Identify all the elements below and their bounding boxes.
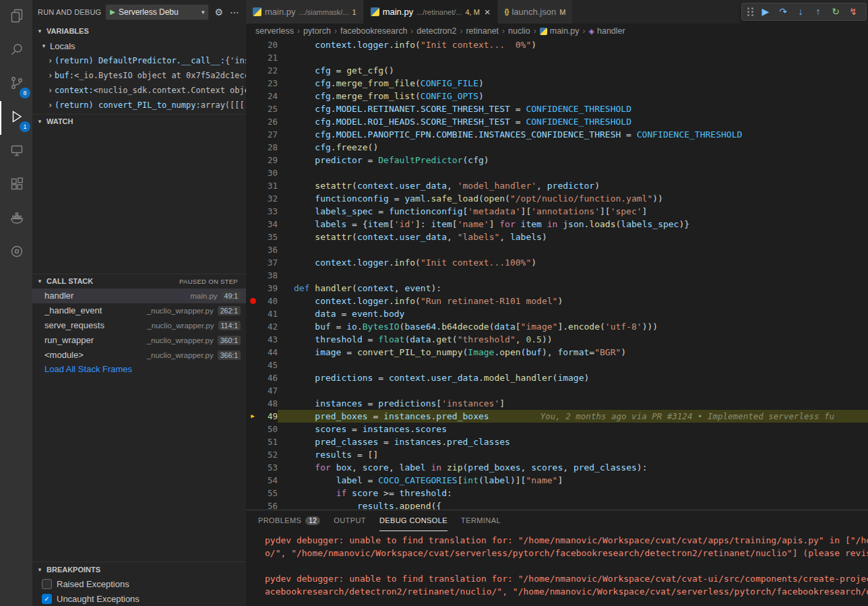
- breakpoint-item[interactable]: Raised Exceptions: [32, 576, 246, 591]
- breadcrumb-item[interactable]: nuclio: [508, 26, 530, 36]
- activity-search[interactable]: [0, 34, 32, 67]
- variable-row[interactable]: ›(return) DefaultPredictor.__call__: {'i…: [32, 53, 246, 68]
- code-line[interactable]: 27 cfg.MODEL.PANOPTIC_FPN.COMBINE.INSTAN…: [246, 128, 868, 141]
- code-line[interactable]: 25 cfg.MODEL.RETINANET.SCORE_THRESH_TEST…: [246, 102, 868, 115]
- activity-source-control[interactable]: 8: [0, 67, 32, 101]
- step-into-icon[interactable]: ↓: [792, 3, 809, 20]
- code-line[interactable]: 54 label = COCO_CATEGORIES[int(label)]["…: [246, 474, 868, 487]
- code-line[interactable]: 39def handler(context, event):: [246, 282, 868, 295]
- panel-tab-output[interactable]: OUTPUT: [334, 510, 366, 531]
- current-frame-icon[interactable]: ▶: [246, 410, 259, 423]
- code-line[interactable]: 36: [246, 243, 868, 256]
- stack-frame[interactable]: _handle_event_nuclio_wrapper.py262:1: [32, 303, 246, 318]
- step-out-icon[interactable]: ↑: [809, 3, 827, 20]
- code-line[interactable]: 42 buf = io.BytesIO(base64.b64decode(dat…: [246, 320, 868, 333]
- scope-locals[interactable]: ▾ Locals: [32, 38, 246, 53]
- breakpoint-item[interactable]: ✓Uncaught Exceptions: [32, 591, 246, 606]
- code-line[interactable]: 29 predictor = DefaultPredictor(cfg): [246, 154, 868, 166]
- activity-explorer[interactable]: [0, 0, 32, 34]
- breakpoint-margin[interactable]: [246, 499, 259, 510]
- code-line[interactable]: 35 setattr(context.user_data, "labels", …: [246, 231, 868, 243]
- breakpoint-margin[interactable]: [246, 231, 259, 243]
- code-line[interactable]: 52 results = []: [246, 448, 868, 461]
- stack-frame[interactable]: <module>_nuclio_wrapper.py366:1: [32, 348, 246, 363]
- breakpoint-margin[interactable]: [246, 192, 259, 205]
- code-line[interactable]: 53 for box, score, label in zip(pred_box…: [246, 461, 868, 474]
- code-line[interactable]: 55 if score >= threshold:: [246, 487, 868, 499]
- code-line[interactable]: 32 functionconfig = yaml.safe_load(open(…: [246, 192, 868, 205]
- breadcrumb-item[interactable]: facebookresearch: [340, 26, 407, 36]
- editor-tab[interactable]: {}launch.jsonM: [498, 0, 574, 24]
- disconnect-icon[interactable]: ↯: [844, 3, 862, 20]
- code-line[interactable]: 40 context.logger.info("Run retinanet-R1…: [246, 295, 868, 307]
- breadcrumb-item[interactable]: ◈handler: [589, 26, 625, 36]
- breadcrumb-item[interactable]: detectron2: [416, 26, 456, 36]
- breakpoint-margin[interactable]: [246, 205, 259, 218]
- code-line[interactable]: 56 results.append({: [246, 499, 868, 510]
- code-line[interactable]: 48 instances = predictions['instances']: [246, 397, 868, 410]
- breakpoint-margin[interactable]: [246, 448, 259, 461]
- activity-disc[interactable]: [0, 236, 32, 270]
- breakpoint-margin[interactable]: [246, 102, 259, 115]
- code-line[interactable]: 51 pred_classes = instances.pred_classes: [246, 435, 868, 448]
- code-line[interactable]: 43 threshold = float(data.get("threshold…: [246, 333, 868, 346]
- restart-icon[interactable]: ↻: [827, 3, 844, 20]
- code-line[interactable]: 41 data = event.body: [246, 307, 868, 320]
- breakpoint-margin[interactable]: [246, 307, 259, 320]
- breakpoint-margin[interactable]: [246, 333, 259, 346]
- checkbox[interactable]: ✓: [42, 594, 52, 604]
- code-line[interactable]: 44 image = convert_PIL_to_numpy(Image.op…: [246, 346, 868, 359]
- breakpoint-margin[interactable]: [246, 435, 259, 448]
- breakpoint-margin[interactable]: [246, 154, 259, 166]
- breakpoint-margin[interactable]: [246, 141, 259, 154]
- breadcrumb-item[interactable]: main.py: [540, 26, 580, 36]
- breakpoint-margin[interactable]: [246, 461, 259, 474]
- watch-section-header[interactable]: ▾ WATCH: [32, 114, 246, 129]
- breakpoint-margin[interactable]: [246, 51, 259, 64]
- breakpoint-margin[interactable]: [246, 38, 259, 51]
- code-line[interactable]: 50 scores = instances.scores: [246, 423, 868, 435]
- code-line[interactable]: 31 setattr(context.user_data, 'model_han…: [246, 179, 868, 192]
- breakpoint-margin[interactable]: [246, 359, 259, 371]
- code-line[interactable]: 22 cfg = get_cfg(): [246, 64, 868, 77]
- code-line[interactable]: 26 cfg.MODEL.ROI_HEADS.SCORE_THRESH_TEST…: [246, 115, 868, 128]
- debug-console-output[interactable]: pydev debugger: unable to find translati…: [246, 531, 868, 606]
- breakpoint-margin[interactable]: [246, 282, 259, 295]
- variables-section-header[interactable]: ▾ VARIABLES: [32, 24, 246, 38]
- start-debugging-icon[interactable]: ▶: [110, 8, 115, 16]
- gear-icon[interactable]: ⚙: [213, 7, 224, 18]
- panel-tab-problems[interactable]: PROBLEMS12: [258, 510, 320, 531]
- activity-extensions[interactable]: [0, 169, 32, 202]
- breakpoint-margin[interactable]: [246, 166, 259, 179]
- code-editor[interactable]: 20 context.logger.info("Init context... …: [246, 38, 868, 510]
- breadcrumb-item[interactable]: pytorch: [303, 26, 331, 36]
- drag-handle-icon[interactable]: [746, 7, 755, 17]
- step-over-icon[interactable]: ↷: [774, 3, 792, 20]
- breakpoint-margin[interactable]: [246, 474, 259, 487]
- breadcrumb-item[interactable]: serverless: [255, 26, 294, 36]
- variable-row[interactable]: ›(return) convert_PIL_to_numpy: array([[…: [32, 98, 246, 113]
- continue-icon[interactable]: ▶: [757, 3, 774, 20]
- variable-row[interactable]: ›buf: <_io.BytesIO object at 0x7f5a2dc1e…: [32, 68, 246, 83]
- breakpoint-margin[interactable]: [246, 243, 259, 256]
- breakpoint-margin[interactable]: [246, 64, 259, 77]
- breakpoint-icon[interactable]: [246, 295, 259, 307]
- breakpoint-margin[interactable]: [246, 218, 259, 231]
- breakpoint-margin[interactable]: [246, 346, 259, 359]
- breakpoint-margin[interactable]: [246, 371, 259, 384]
- code-line[interactable]: 24 cfg.merge_from_list(CONFIG_OPTS): [246, 90, 868, 102]
- stack-frame[interactable]: handlermain.py49:1: [32, 289, 246, 303]
- code-line[interactable]: 46 predictions = context.user_data.model…: [246, 371, 868, 384]
- panel-tab-terminal[interactable]: TERMINAL: [461, 510, 501, 531]
- code-line[interactable]: 47: [246, 384, 868, 397]
- breakpoint-margin[interactable]: [246, 397, 259, 410]
- breadcrumb-item[interactable]: retinanet: [466, 26, 499, 36]
- breakpoint-margin[interactable]: [246, 128, 259, 141]
- breakpoint-margin[interactable]: [246, 384, 259, 397]
- activity-run-debug[interactable]: 1: [0, 101, 32, 135]
- code-line[interactable]: 34 labels = {item['id']: item['name'] fo…: [246, 218, 868, 231]
- code-line[interactable]: 21: [246, 51, 868, 64]
- breakpoint-margin[interactable]: [246, 77, 259, 90]
- breakpoints-section-header[interactable]: ▾ BREAKPOINTS: [32, 562, 246, 576]
- panel-tab-debug-console[interactable]: DEBUG CONSOLE: [379, 510, 447, 531]
